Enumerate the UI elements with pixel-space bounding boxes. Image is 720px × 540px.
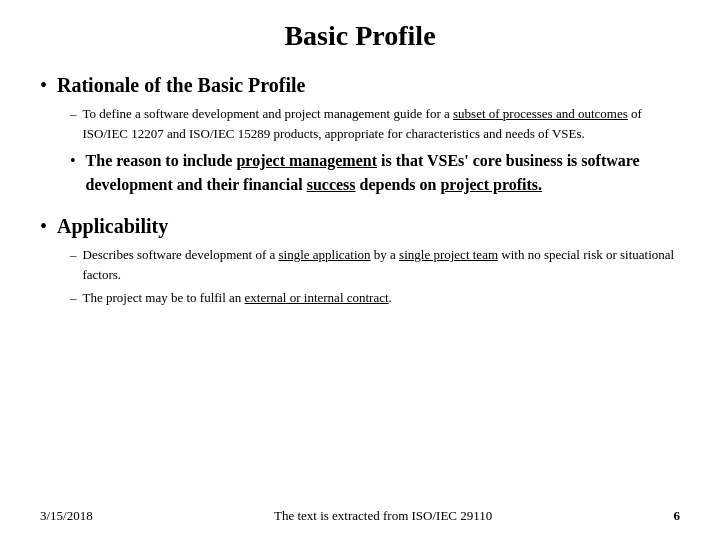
underline-single-app: single application	[279, 247, 371, 262]
bullet-icon-applicability: •	[40, 213, 47, 239]
sub-bullet-text-0: The reason to include project management…	[86, 149, 680, 197]
section-heading-applicability: Applicability	[57, 213, 168, 239]
underline-profits: project profits.	[440, 176, 542, 193]
footer-page-number: 6	[674, 508, 681, 524]
sub-bullet-container: • The reason to include project manageme…	[70, 149, 680, 197]
section-bullet-applicability: • Applicability	[40, 213, 680, 239]
sub-bullet-0: • The reason to include project manageme…	[70, 149, 680, 197]
dash-icon-app-0: –	[70, 245, 77, 265]
slide-title: Basic Profile	[40, 20, 680, 52]
footer-center-text: The text is extracted from ISO/IEC 29110	[93, 508, 674, 524]
underline-single-team: single project team	[399, 247, 498, 262]
section-heading-rationale: Rationale of the Basic Profile	[57, 72, 305, 98]
underline-contract: external or internal contract	[245, 290, 389, 305]
underline-subset: subset of processes and outcomes	[453, 106, 628, 121]
bullet-icon-rationale: •	[40, 72, 47, 98]
dash-item-0: – To define a software development and p…	[70, 104, 680, 143]
underline-success: success	[307, 176, 356, 193]
dash-icon-app-1: –	[70, 288, 77, 308]
dash-item-app-0: – Describes software development of a si…	[70, 245, 680, 284]
sub-bullet-icon-0: •	[70, 149, 76, 173]
dash-text-app-1: The project may be to fulfil an external…	[83, 288, 392, 308]
footer: 3/15/2018 The text is extracted from ISO…	[0, 508, 720, 524]
section-bullet-rationale: • Rationale of the Basic Profile	[40, 72, 680, 98]
section-rationale: • Rationale of the Basic Profile – To de…	[40, 72, 680, 197]
dash-icon-0: –	[70, 104, 77, 124]
section-applicability: • Applicability – Describes software dev…	[40, 213, 680, 308]
footer-date: 3/15/2018	[40, 508, 93, 524]
slide-container: Basic Profile • Rationale of the Basic P…	[0, 0, 720, 540]
dash-text-app-0: Describes software development of a sing…	[83, 245, 681, 284]
dash-text-0: To define a software development and pro…	[83, 104, 681, 143]
underline-pm: project management	[236, 152, 377, 169]
dash-item-app-1: – The project may be to fulfil an extern…	[70, 288, 680, 308]
